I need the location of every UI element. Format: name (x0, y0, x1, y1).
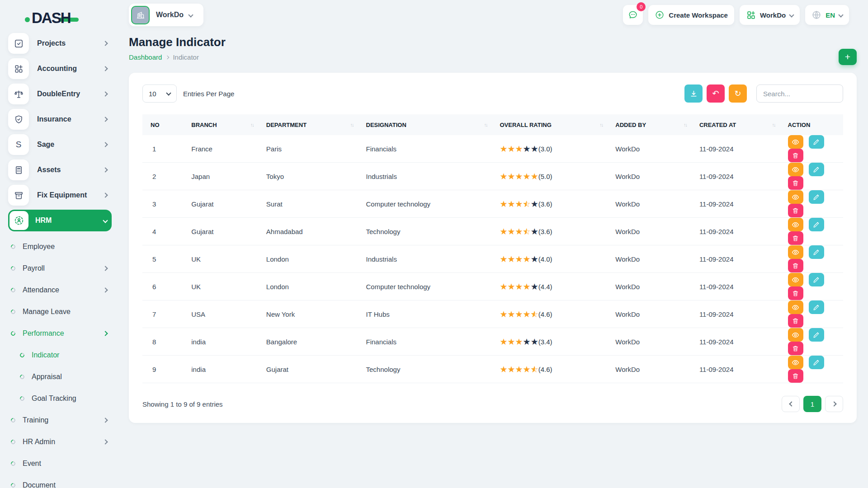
delete-button[interactable] (788, 314, 803, 328)
column-header-department[interactable]: DEPARTMENT↑↓ (258, 114, 358, 135)
view-button[interactable] (788, 328, 803, 342)
sidebar-item-employee[interactable]: Employee (11, 236, 112, 258)
export-button[interactable] (684, 84, 703, 103)
star-rating-icon: ★★★★★ (500, 145, 538, 153)
cell-added-by: WorkDo (607, 218, 691, 245)
edit-button[interactable] (809, 300, 824, 314)
view-button[interactable] (788, 218, 803, 231)
workspace-menu-button[interactable]: WorkDo (740, 5, 800, 25)
delete-button[interactable] (788, 231, 803, 245)
sidebar-item-performance[interactable]: Performance (11, 323, 112, 344)
trash-icon (792, 373, 799, 380)
column-label: DEPARTMENT (266, 122, 307, 128)
refresh-button[interactable]: ↻ (729, 84, 747, 103)
chevron-down-icon (188, 12, 193, 17)
search-input[interactable] (756, 84, 843, 103)
language-selector[interactable]: EN (805, 5, 849, 25)
edit-button[interactable] (809, 328, 824, 342)
delete-button[interactable] (788, 149, 803, 162)
view-button[interactable] (788, 135, 803, 149)
sidebar-item-doubleentry[interactable]: DoubleEntry (8, 81, 112, 107)
sidebar-item-document[interactable]: Document (11, 474, 112, 488)
sidebar-item-insurance[interactable]: Insurance (8, 107, 112, 132)
app-logo[interactable]: DASH (25, 9, 120, 27)
delete-button[interactable] (788, 176, 803, 190)
workspace-switcher[interactable]: WorkDo (129, 4, 203, 26)
pencil-icon (813, 194, 820, 201)
breadcrumb-dashboard-link[interactable]: Dashboard (129, 53, 162, 61)
column-header-overall-rating[interactable]: OVERALL RATING↑↓ (491, 114, 607, 135)
view-button[interactable] (788, 163, 803, 176)
sort-icon: ↑↓ (599, 122, 603, 127)
cell-created-at: 11-09-2024 (691, 163, 780, 190)
edit-button[interactable] (809, 356, 824, 369)
view-button[interactable] (788, 273, 803, 286)
bullet-icon (10, 439, 16, 445)
sidebar-item-payroll[interactable]: Payroll (11, 258, 112, 279)
column-label: NO (151, 122, 160, 128)
chat-bubble-icon (627, 9, 638, 20)
sidebar-item-indicator[interactable]: Indicator (11, 344, 112, 366)
sidebar-item-projects[interactable]: Projects (8, 31, 112, 56)
delete-button[interactable] (788, 259, 803, 272)
download-icon (690, 90, 698, 98)
edit-button[interactable] (809, 190, 824, 204)
delete-button[interactable] (788, 342, 803, 355)
chevron-right-icon (103, 287, 108, 292)
edit-button[interactable] (809, 163, 824, 176)
delete-button[interactable] (788, 286, 803, 300)
cell-created-at: 11-09-2024 (691, 135, 780, 163)
sidebar-item-hrm[interactable]: HRM (8, 210, 112, 231)
sidebar-item-event[interactable]: Event (11, 453, 112, 474)
column-header-created-at[interactable]: CREATED AT↑↓ (691, 114, 780, 135)
page-title: Manage Indicator (129, 35, 857, 49)
edit-button[interactable] (809, 273, 824, 286)
cell-action (780, 273, 844, 300)
edit-button[interactable] (809, 245, 824, 259)
sidebar-item-training[interactable]: Training (11, 409, 112, 431)
bullet-icon (10, 417, 16, 423)
entries-per-page-label: Entries Per Page (183, 90, 234, 98)
view-button[interactable] (788, 300, 803, 314)
sidebar-item-accounting[interactable]: Accounting (8, 56, 112, 81)
page-header: Manage Indicator Dashboard Indicator + (129, 35, 857, 61)
entries-per-page-value: 10 (149, 90, 156, 98)
delete-button[interactable] (788, 204, 803, 217)
column-header-added-by[interactable]: ADDED BY↑↓ (607, 114, 691, 135)
pencil-icon (813, 166, 820, 173)
sidebar-item-appraisal[interactable]: Appraisal (11, 366, 112, 388)
cell-overall-rating: ★★★★★☆(4.6) (491, 300, 607, 328)
sidebar-item-manage-leave[interactable]: Manage Leave (11, 301, 112, 323)
chat-button[interactable]: 0 (623, 5, 643, 25)
sidebar-item-attendance[interactable]: Attendance (11, 279, 112, 301)
sidebar-item-sage[interactable]: SSage (8, 132, 112, 157)
table-row: 1 France Paris Financials ★★★★★(3.0) Wor… (142, 135, 843, 163)
view-button[interactable] (788, 190, 803, 204)
sidebar-item-goal-tracking[interactable]: Goal Tracking (11, 388, 112, 409)
column-header-branch[interactable]: BRANCH↑↓ (183, 114, 258, 135)
trash-icon (792, 345, 799, 352)
star-rating-icon: ★★★★★ (500, 172, 538, 181)
sidebar-item-hr-admin[interactable]: HR Admin (11, 431, 112, 453)
cell-branch: Japan (183, 163, 258, 190)
cell-department: Bangalore (258, 328, 358, 356)
delete-button[interactable] (788, 369, 803, 383)
pagination-next-button[interactable] (825, 396, 843, 412)
edit-button[interactable] (809, 218, 824, 231)
archive-icon (8, 185, 29, 206)
add-indicator-button[interactable]: + (839, 49, 857, 65)
sidebar-item-fix-equipment[interactable]: Fix Equipment (8, 183, 112, 208)
pagination-page-1-button[interactable]: 1 (803, 396, 821, 412)
cell-department: Paris (258, 135, 358, 163)
pagination-prev-button[interactable] (782, 396, 800, 412)
column-header-designation[interactable]: DESIGNATION↑↓ (358, 114, 492, 135)
cell-added-by: WorkDo (607, 245, 691, 273)
sidebar-item-assets[interactable]: Assets (8, 157, 112, 183)
view-button[interactable] (788, 245, 803, 259)
view-button[interactable] (788, 356, 803, 369)
create-workspace-button[interactable]: Create Workspace (648, 5, 734, 25)
edit-button[interactable] (809, 135, 824, 149)
breadcrumb: Dashboard Indicator (129, 53, 857, 61)
undo-button[interactable]: ↶ (707, 84, 725, 103)
entries-per-page-select[interactable]: 10 (142, 84, 177, 103)
